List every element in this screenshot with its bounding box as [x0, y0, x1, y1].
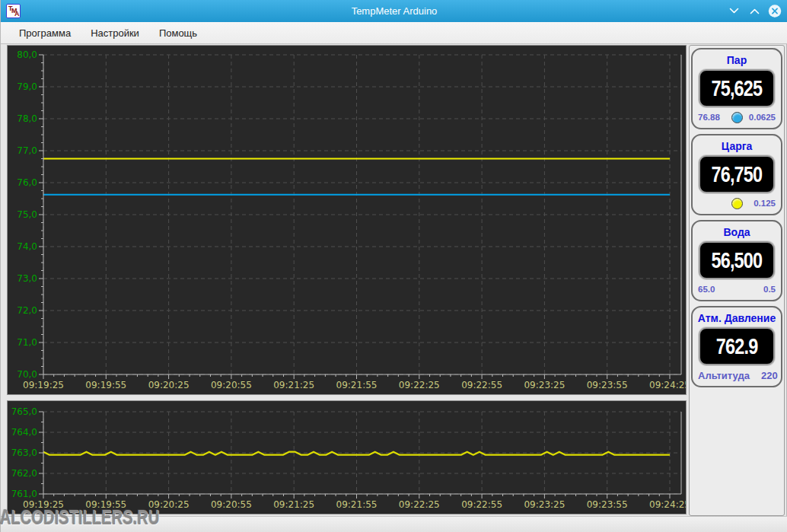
sensor-title: Атм. Давление — [693, 312, 781, 324]
svg-text:09:23:55: 09:23:55 — [587, 499, 628, 510]
svg-text:762,0: 762,0 — [11, 468, 37, 479]
svg-text:70,0: 70,0 — [17, 369, 37, 380]
svg-text:09:21:25: 09:21:25 — [273, 380, 314, 390]
svg-text:73,0: 73,0 — [17, 273, 37, 284]
sensor-card-atm-pressure: Атм. Давление 762.9 Альтитуда 220 — [691, 306, 782, 387]
sensor-aux-right: 0.125 — [743, 199, 776, 208]
minimize-icon[interactable] — [727, 5, 741, 18]
svg-text:72,0: 72,0 — [17, 305, 37, 316]
svg-text:09:23:25: 09:23:25 — [524, 499, 565, 510]
svg-text:765,0: 765,0 — [11, 406, 37, 417]
svg-text:77,0: 77,0 — [17, 145, 37, 156]
svg-text:09:19:55: 09:19:55 — [85, 380, 126, 390]
pressure-chart: 765,0764,0763,0762,0761,009:19:2509:19:5… — [8, 401, 686, 514]
svg-text:763,0: 763,0 — [11, 448, 37, 458]
svg-text:09:20:55: 09:20:55 — [211, 380, 252, 390]
svg-text:09:19:25: 09:19:25 — [23, 380, 64, 390]
led-indicator-blue — [731, 112, 743, 123]
close-icon[interactable] — [768, 5, 782, 18]
sensor-card-par: Пар 75,625 76.88 0.0625 — [691, 48, 782, 129]
sensor-aux-left: 65.0 — [698, 285, 731, 294]
svg-text:09:20:55: 09:20:55 — [211, 499, 252, 510]
lcd-display: 76,750 — [699, 155, 775, 193]
svg-text:75,0: 75,0 — [17, 209, 37, 220]
svg-text:74,0: 74,0 — [17, 241, 37, 252]
svg-text:80,0: 80,0 — [17, 49, 37, 60]
svg-text:09:20:25: 09:20:25 — [148, 380, 190, 390]
svg-text:09:23:25: 09:23:25 — [524, 380, 565, 390]
svg-text:71,0: 71,0 — [17, 337, 37, 348]
altitude-label: Альтитуда — [698, 370, 750, 381]
svg-text:761,0: 761,0 — [11, 489, 37, 499]
sensor-title: Царга — [693, 140, 781, 152]
window-title: TempMeter Arduino — [1, 0, 787, 22]
svg-text:09:22:55: 09:22:55 — [461, 380, 502, 390]
maximize-icon[interactable] — [747, 5, 761, 18]
menu-item-nastroyki[interactable]: Настройки — [89, 25, 141, 41]
menubar: Программа Настройки Помощь — [1, 22, 787, 44]
watermark: ALCODISTILLERS.RU — [0, 505, 159, 530]
pressure-chart-panel: 765,0764,0763,0762,0761,009:19:2509:19:5… — [7, 400, 687, 514]
lcd-display: 762.9 — [699, 327, 775, 365]
sensor-value: 762.9 — [716, 333, 758, 359]
lcd-display: 75,625 — [699, 69, 775, 107]
svg-text:78,0: 78,0 — [17, 113, 37, 124]
svg-text:09:22:25: 09:22:25 — [399, 499, 440, 510]
svg-text:09:21:55: 09:21:55 — [336, 499, 378, 510]
led-indicator-yellow — [731, 198, 743, 209]
svg-text:09:24:25: 09:24:25 — [649, 499, 686, 510]
titlebar[interactable]: T M A TempMeter Arduino — [1, 0, 787, 22]
svg-text:79,0: 79,0 — [17, 81, 37, 92]
svg-text:09:21:25: 09:21:25 — [273, 499, 314, 510]
svg-text:76,0: 76,0 — [17, 177, 37, 188]
sensor-title: Пар — [693, 54, 781, 66]
altitude-value: 220 — [761, 370, 778, 381]
sensor-sidebar: Пар 75,625 76.88 0.0625 Царга 76,750 0.1… — [689, 45, 785, 516]
sensor-aux-right: 0.0625 — [743, 113, 776, 122]
window-controls — [727, 0, 782, 22]
sensor-aux-right: 0.5 — [743, 285, 776, 294]
sensor-aux-left: 76.88 — [698, 113, 731, 122]
svg-text:09:23:55: 09:23:55 — [587, 380, 628, 390]
sensor-value: 75,625 — [712, 75, 763, 101]
menu-item-pomosch[interactable]: Помощь — [158, 25, 199, 41]
sensor-title: Вода — [693, 226, 781, 238]
temperature-chart: 80,079,078,077,076,075,074,073,072,071,0… — [8, 46, 686, 394]
svg-text:09:21:55: 09:21:55 — [336, 380, 378, 390]
svg-text:09:22:25: 09:22:25 — [399, 380, 440, 390]
menu-item-programma[interactable]: Программа — [18, 25, 72, 41]
sensor-card-tsarga: Царга 76,750 0.125 — [691, 134, 782, 215]
app-window: T M A TempMeter Arduino Программа Настро — [0, 0, 787, 532]
temperature-chart-panel: 80,079,078,077,076,075,074,073,072,071,0… — [7, 45, 687, 395]
sensor-value: 56,500 — [712, 247, 763, 273]
lcd-display: 56,500 — [699, 241, 775, 279]
svg-text:09:22:55: 09:22:55 — [461, 499, 502, 510]
sensor-card-voda: Вода 56,500 65.0 0.5 — [691, 220, 782, 301]
svg-text:09:24:25: 09:24:25 — [649, 380, 686, 390]
sensor-value: 76,750 — [712, 161, 763, 187]
svg-text:764,0: 764,0 — [11, 427, 37, 438]
